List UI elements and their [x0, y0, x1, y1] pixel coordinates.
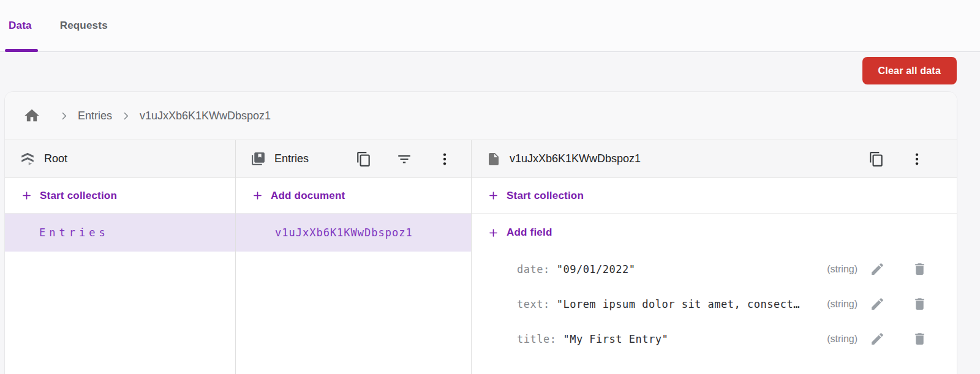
toolbar: Clear all data — [0, 52, 980, 92]
add-document-label: Add document — [271, 190, 345, 202]
chevron-right-icon — [59, 111, 69, 121]
start-collection-button[interactable]: Start collection — [5, 178, 235, 214]
panel-title-collection: Entries — [274, 152, 309, 165]
edit-pencil-icon[interactable] — [870, 296, 885, 312]
tab-data-label: Data — [9, 20, 32, 32]
panel-collection: Entries Add document — [236, 140, 472, 374]
field-row-title: title: "My First Entry" (string) — [472, 321, 957, 356]
edit-pencil-icon[interactable] — [870, 261, 885, 277]
chevron-right-icon — [121, 111, 131, 121]
delete-trash-icon[interactable] — [912, 261, 927, 277]
document-panel-header: v1uJxXb6K1KWwDbspoz1 — [472, 140, 957, 178]
breadcrumb-item-document: v1uJxXb6K1KWwDbspoz1 — [140, 110, 271, 122]
document-list-item[interactable]: v1uJxXb6K1KWwDbspoz1 — [236, 214, 471, 252]
root-panel-header: Root — [5, 140, 235, 178]
start-collection-label: Start collection — [507, 190, 584, 202]
collection-list-item[interactable]: Entries — [5, 214, 235, 252]
plus-icon — [488, 227, 499, 239]
collection-panel-header: Entries — [236, 140, 471, 178]
field-name: date: — [517, 263, 550, 275]
field-name: title: — [517, 333, 556, 345]
field-type-badge: (string) — [827, 299, 858, 310]
collection-icon — [251, 151, 266, 166]
plus-icon — [488, 190, 499, 201]
filter-icon[interactable] — [396, 151, 412, 167]
field-name: text: — [517, 298, 550, 310]
document-item-label: v1uJxXb6K1KWwDbspoz1 — [275, 226, 413, 239]
collection-item-label: Entries — [39, 226, 109, 239]
add-field-label: Add field — [507, 226, 552, 239]
start-collection-button[interactable]: Start collection — [472, 178, 957, 214]
field-type-badge: (string) — [827, 334, 858, 345]
start-collection-label: Start collection — [40, 190, 117, 202]
edit-pencil-icon[interactable] — [870, 331, 885, 346]
add-document-button[interactable]: Add document — [236, 178, 471, 214]
clear-all-data-button[interactable]: Clear all data — [862, 57, 957, 84]
firestore-root-icon — [20, 151, 36, 167]
more-options-icon[interactable] — [437, 151, 453, 167]
field-row-date: date: "09/01/2022" (string) — [472, 252, 957, 286]
firestore-data-card: Entries v1uJxXb6K1KWwDbspoz1 Root — [5, 92, 957, 374]
add-field-button[interactable]: Add field — [472, 214, 957, 252]
field-value: "09/01/2022" — [557, 263, 827, 275]
panel-root: Root Start collection Entries — [5, 140, 236, 374]
field-type-badge: (string) — [827, 264, 858, 275]
field-value: "My First Entry" — [563, 333, 827, 345]
copy-icon[interactable] — [869, 151, 884, 167]
plus-icon — [252, 190, 263, 201]
breadcrumb-item-collection[interactable]: Entries — [78, 110, 112, 122]
delete-trash-icon[interactable] — [912, 296, 927, 312]
document-icon — [486, 152, 501, 166]
panel-title-root: Root — [44, 152, 67, 165]
field-row-text: text: "Lorem ipsum dolor sit amet, conse… — [472, 286, 957, 321]
panels-container: Root Start collection Entries — [5, 140, 957, 374]
panel-title-document: v1uJxXb6K1KWwDbspoz1 — [510, 152, 641, 165]
breadcrumb: Entries v1uJxXb6K1KWwDbspoz1 — [5, 92, 957, 140]
copy-icon[interactable] — [356, 151, 372, 167]
tab-requests-label: Requests — [60, 20, 108, 32]
plus-icon — [21, 190, 32, 201]
more-options-icon[interactable] — [909, 151, 925, 167]
tab-data[interactable]: Data — [9, 0, 32, 51]
field-value: "Lorem ipsum dolor sit amet, consect… — [557, 298, 827, 310]
tab-requests[interactable]: Requests — [60, 0, 108, 51]
home-icon[interactable] — [23, 107, 40, 124]
panel-document: v1uJxXb6K1KWwDbspoz1 Start collection — [472, 140, 957, 374]
delete-trash-icon[interactable] — [912, 331, 927, 346]
top-tab-bar: Data Requests — [0, 0, 980, 52]
